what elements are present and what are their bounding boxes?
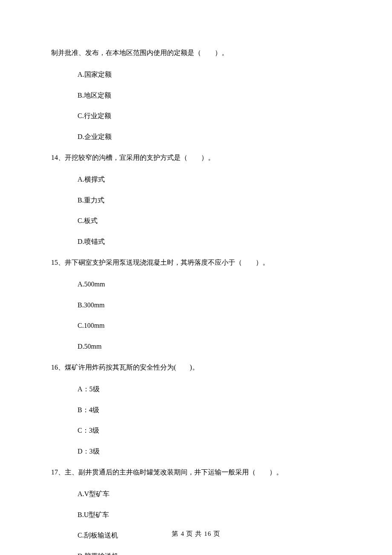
option-item: C.100mm (78, 320, 341, 332)
option-list-leadin: A.国家定额 B.地区定额 C.行业定额 D.企业定额 (78, 69, 341, 143)
option-item: C：3级 (78, 425, 341, 437)
option-item: B.300mm (78, 299, 341, 312)
option-item: B.地区定额 (78, 90, 341, 102)
option-item: A.国家定额 (78, 69, 341, 81)
option-item: B：4级 (78, 404, 341, 416)
option-item: C.行业定额 (78, 110, 341, 122)
question-stem: 15、井下硐室支护采用泵送现浇混凝土时，其坍落度不应小于（ ）。 (51, 257, 341, 269)
option-list: A.500mm B.300mm C.100mm D.50mm (78, 278, 341, 353)
question-stem: 14、开挖较窄的沟槽，宜采用的支护方式是（ ）。 (51, 152, 341, 164)
option-item: A.V型矿车 (78, 488, 341, 500)
option-item: D：3级 (78, 445, 341, 458)
option-item: A.横撑式 (78, 173, 341, 186)
option-item: B.重力式 (78, 194, 341, 207)
option-item: D.企业定额 (78, 131, 341, 143)
document-page: 制并批准、发布，在本地区范围内使用的定额是（ ）。 A.国家定额 B.地区定额 … (0, 0, 392, 555)
option-item: D.50mm (78, 341, 341, 353)
option-item: A.500mm (78, 278, 341, 291)
option-item: C.板式 (78, 215, 341, 227)
question-stem: 17、主、副井贯通后的主井临时罐笼改装期间，井下运输一般采用（ ）。 (51, 466, 341, 479)
page-footer: 第 4 页 共 16 页 (0, 530, 392, 538)
option-item: B.U型矿车 (78, 509, 341, 521)
option-list: A.横撑式 B.重力式 C.板式 D.喷锚式 (78, 173, 341, 248)
option-item: A：5级 (78, 383, 341, 396)
option-item: D.喷锚式 (78, 236, 341, 248)
option-list: A：5级 B：4级 C：3级 D：3级 (78, 383, 341, 458)
question-stem: 16、煤矿许用炸药按其瓦斯的安全性分为( )。 (51, 361, 341, 374)
option-item: D.胶带输送机 (78, 550, 341, 555)
option-list: A.V型矿车 B.U型矿车 C.刮板输送机 D.胶带输送机 (78, 488, 341, 555)
question-stem-leadin: 制并批准、发布，在本地区范围内使用的定额是（ ）。 (51, 47, 341, 59)
